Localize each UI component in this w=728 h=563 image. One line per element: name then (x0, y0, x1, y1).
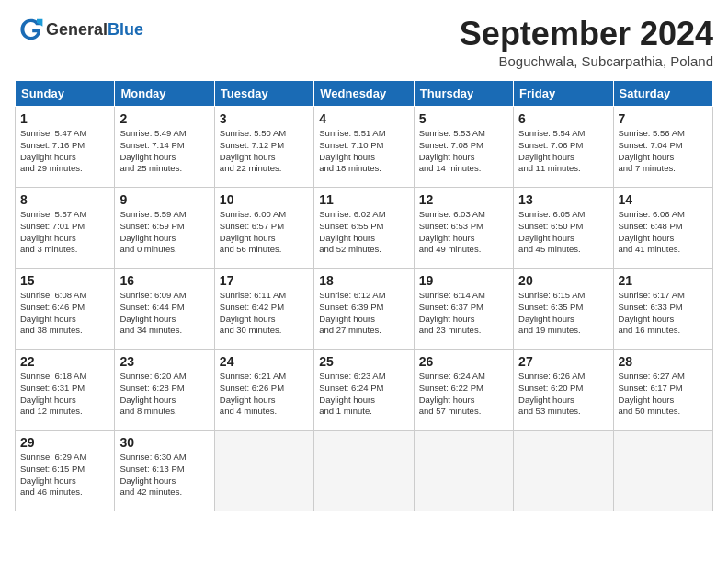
logo-blue: Blue (108, 20, 143, 39)
day-7: 7 Sunrise: 5:56 AMSunset: 7:04 PMDayligh… (613, 107, 712, 188)
day-21: 21 Sunrise: 6:17 AMSunset: 6:33 PMDaylig… (613, 269, 712, 350)
day-28: 28 Sunrise: 6:27 AMSunset: 6:17 PMDaylig… (613, 350, 712, 431)
day-18: 18 Sunrise: 6:12 AMSunset: 6:39 PMDaylig… (314, 269, 414, 350)
week-row-3: 15 Sunrise: 6:08 AMSunset: 6:46 PMDaylig… (16, 269, 713, 350)
day-17: 17 Sunrise: 6:11 AMSunset: 6:42 PMDaylig… (214, 269, 313, 350)
day-20: 20 Sunrise: 6:15 AMSunset: 6:35 PMDaylig… (514, 269, 613, 350)
week-row-1: 1 Sunrise: 5:47 AMSunset: 7:16 PMDayligh… (16, 107, 713, 188)
logo-general: General (46, 20, 108, 39)
day-4: 4 Sunrise: 5:51 AMSunset: 7:10 PMDayligh… (314, 107, 414, 188)
col-wednesday: Wednesday (314, 81, 414, 107)
day-23: 23 Sunrise: 6:20 AMSunset: 6:28 PMDaylig… (115, 350, 214, 431)
logo: GeneralBlue (15, 15, 143, 44)
empty-cell-3 (414, 431, 513, 511)
day-15: 15 Sunrise: 6:08 AMSunset: 6:46 PMDaylig… (16, 269, 115, 350)
empty-cell-4 (514, 431, 613, 511)
day-26: 26 Sunrise: 6:24 AMSunset: 6:22 PMDaylig… (414, 350, 513, 431)
col-sunday: Sunday (16, 81, 115, 107)
page-header: GeneralBlue September 2024 Boguchwala, S… (15, 15, 713, 69)
calendar-header-row: Sunday Monday Tuesday Wednesday Thursday… (16, 81, 713, 107)
day-27: 27 Sunrise: 6:26 AMSunset: 6:20 PMDaylig… (514, 350, 613, 431)
day-16: 16 Sunrise: 6:09 AMSunset: 6:44 PMDaylig… (115, 269, 214, 350)
day-25: 25 Sunrise: 6:23 AMSunset: 6:24 PMDaylig… (314, 350, 414, 431)
location-subtitle: Boguchwala, Subcarpathia, Poland (460, 53, 713, 69)
day-9: 9 Sunrise: 5:59 AMSunset: 6:59 PMDayligh… (115, 188, 214, 269)
logo-icon (15, 15, 44, 44)
day-30: 30 Sunrise: 6:30 AMSunset: 6:13 PMDaylig… (115, 431, 214, 511)
day-13: 13 Sunrise: 6:05 AMSunset: 6:50 PMDaylig… (514, 188, 613, 269)
day-14: 14 Sunrise: 6:06 AMSunset: 6:48 PMDaylig… (613, 188, 712, 269)
day-24: 24 Sunrise: 6:21 AMSunset: 6:26 PMDaylig… (214, 350, 313, 431)
week-row-4: 22 Sunrise: 6:18 AMSunset: 6:31 PMDaylig… (16, 350, 713, 431)
day-2: 2 Sunrise: 5:49 AMSunset: 7:14 PMDayligh… (115, 107, 214, 188)
week-row-2: 8 Sunrise: 5:57 AMSunset: 7:01 PMDayligh… (16, 188, 713, 269)
col-saturday: Saturday (613, 81, 712, 107)
col-monday: Monday (115, 81, 214, 107)
logo-text: GeneralBlue (46, 20, 143, 40)
day-1: 1 Sunrise: 5:47 AMSunset: 7:16 PMDayligh… (16, 107, 115, 188)
col-thursday: Thursday (414, 81, 513, 107)
day-19: 19 Sunrise: 6:14 AMSunset: 6:37 PMDaylig… (414, 269, 513, 350)
day-10: 10 Sunrise: 6:00 AMSunset: 6:57 PMDaylig… (214, 188, 313, 269)
calendar-table: Sunday Monday Tuesday Wednesday Thursday… (15, 80, 713, 511)
day-11: 11 Sunrise: 6:02 AMSunset: 6:55 PMDaylig… (314, 188, 414, 269)
title-block: September 2024 Boguchwala, Subcarpathia,… (460, 15, 713, 69)
day-5: 5 Sunrise: 5:53 AMSunset: 7:08 PMDayligh… (414, 107, 513, 188)
day-22: 22 Sunrise: 6:18 AMSunset: 6:31 PMDaylig… (16, 350, 115, 431)
month-title: September 2024 (460, 15, 713, 53)
day-6: 6 Sunrise: 5:54 AMSunset: 7:06 PMDayligh… (514, 107, 613, 188)
empty-cell-5 (613, 431, 712, 511)
day-8: 8 Sunrise: 5:57 AMSunset: 7:01 PMDayligh… (16, 188, 115, 269)
day-3: 3 Sunrise: 5:50 AMSunset: 7:12 PMDayligh… (214, 107, 313, 188)
empty-cell-2 (314, 431, 414, 511)
col-tuesday: Tuesday (214, 81, 313, 107)
day-12: 12 Sunrise: 6:03 AMSunset: 6:53 PMDaylig… (414, 188, 513, 269)
week-row-5: 29 Sunrise: 6:29 AMSunset: 6:15 PMDaylig… (16, 431, 713, 511)
col-friday: Friday (514, 81, 613, 107)
day-29: 29 Sunrise: 6:29 AMSunset: 6:15 PMDaylig… (16, 431, 115, 511)
empty-cell-1 (214, 431, 313, 511)
